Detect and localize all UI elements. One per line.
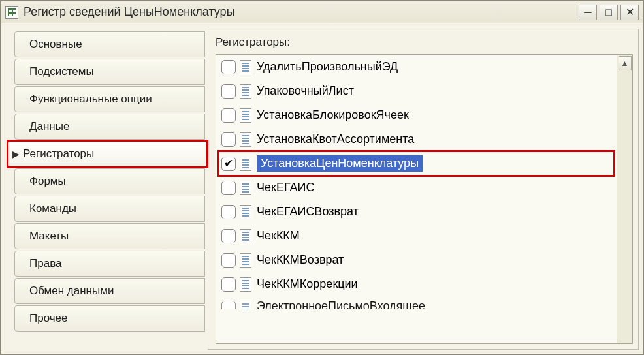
- checkbox[interactable]: [221, 229, 236, 243]
- tab-label: Прочее: [29, 312, 68, 325]
- document-icon: [240, 253, 251, 268]
- document-icon: [240, 301, 251, 309]
- list-item-label: УдалитьПроизвольныйЭД: [257, 60, 398, 74]
- minimize-button[interactable]: ─: [579, 5, 597, 20]
- tab-functional-options[interactable]: Функциональные опции: [14, 86, 205, 112]
- checkbox[interactable]: [221, 108, 236, 123]
- list-item[interactable]: УдалитьПроизвольныйЭД: [216, 55, 617, 79]
- titlebar: Регистр сведений ЦеныНоменклатуры ─ □ ✕: [1, 1, 643, 23]
- tab-label: Формы: [29, 175, 66, 188]
- tab-label: Подсистемы: [29, 65, 94, 78]
- list-item[interactable]: ЧекККМВозврат: [216, 248, 617, 272]
- document-icon: [240, 229, 251, 243]
- tab-commands[interactable]: Команды: [14, 196, 205, 222]
- tab-main[interactable]: Основные: [14, 31, 205, 57]
- list-item[interactable]: УстановкаБлокировокЯчеек: [216, 103, 617, 127]
- list-item-label: ЧекЕГАИСВозврат: [257, 205, 359, 219]
- checkbox[interactable]: [221, 132, 236, 147]
- list-item[interactable]: ЧекЕГАИСВозврат: [216, 200, 617, 224]
- tab-label: Функциональные опции: [29, 93, 152, 106]
- list-item-label: ЭлектронноеПисьмоВходящее: [257, 300, 425, 310]
- maximize-button[interactable]: □: [600, 5, 618, 20]
- register-grid-icon: [5, 6, 18, 19]
- tab-label: Команды: [29, 202, 76, 215]
- registrars-list: УдалитьПроизвольныйЭД УпаковочныйЛист Ус…: [216, 55, 617, 343]
- list-item-label: ЧекККМ: [257, 229, 300, 243]
- window: Регистр сведений ЦеныНоменклатуры ─ □ ✕ …: [0, 0, 644, 355]
- checkbox[interactable]: [221, 277, 236, 292]
- window-title: Регистр сведений ЦеныНоменклатуры: [24, 5, 576, 19]
- document-icon: [240, 132, 251, 147]
- tab-data[interactable]: Данные: [14, 114, 205, 140]
- list-container: УдалитьПроизвольныйЭД УпаковочныйЛист Ус…: [216, 54, 633, 344]
- list-item[interactable]: ЧекЕГАИС: [216, 176, 617, 200]
- tab-registrars[interactable]: ▶ Регистраторы: [8, 141, 205, 167]
- tab-label: Права: [29, 257, 61, 270]
- checkbox[interactable]: [221, 205, 236, 219]
- tab-forms[interactable]: Формы: [14, 168, 205, 194]
- list-item-label: УстановкаБлокировокЯчеек: [257, 108, 409, 122]
- section-label: Регистраторы:: [216, 36, 633, 49]
- close-button[interactable]: ✕: [620, 5, 639, 20]
- tab-label: Основные: [29, 38, 82, 51]
- document-icon: [240, 205, 251, 219]
- content-area: Основные Подсистемы Функциональные опции…: [1, 23, 643, 354]
- main-panel: Регистраторы: УдалитьПроизвольныйЭД Упак…: [208, 29, 639, 350]
- list-item-label: УстановкаЦенНоменклатуры: [257, 155, 423, 172]
- document-icon: [240, 84, 251, 99]
- tab-label: Обмен данными: [29, 285, 114, 298]
- active-arrow-icon: ▶: [12, 149, 20, 159]
- checkbox[interactable]: [221, 181, 236, 195]
- document-icon: [240, 60, 251, 74]
- list-item-selected[interactable]: ✔ УстановкаЦенНоменклатуры: [216, 151, 617, 176]
- checkbox-checked[interactable]: ✔: [221, 157, 236, 171]
- document-icon: [240, 157, 251, 171]
- list-item-label: ЧекККМКоррекции: [257, 277, 358, 291]
- tab-label: Макеты: [29, 230, 69, 243]
- tab-templates[interactable]: Макеты: [14, 223, 205, 249]
- scrollbar[interactable]: ▲: [617, 55, 632, 343]
- list-item-label: УстановкаКвотАссортимента: [257, 132, 414, 146]
- sidebar: Основные Подсистемы Функциональные опции…: [5, 29, 208, 350]
- tab-rights[interactable]: Права: [14, 251, 205, 277]
- document-icon: [240, 277, 251, 292]
- list-item[interactable]: ЭлектронноеПисьмоВходящее: [216, 296, 617, 309]
- scroll-up-button[interactable]: ▲: [619, 56, 632, 70]
- list-item-label: УпаковочныйЛист: [257, 84, 354, 98]
- tab-subsystems[interactable]: Подсистемы: [14, 59, 205, 85]
- tab-label: Регистраторы: [23, 147, 94, 161]
- tab-data-exchange[interactable]: Обмен данными: [14, 278, 205, 304]
- checkbox[interactable]: [221, 84, 236, 99]
- checkbox[interactable]: [221, 253, 236, 268]
- document-icon: [240, 108, 251, 123]
- document-icon: [240, 181, 251, 195]
- list-item[interactable]: ЧекККМ: [216, 224, 617, 248]
- list-item-label: ЧекЕГАИС: [257, 181, 314, 194]
- list-item[interactable]: УстановкаКвотАссортимента: [216, 127, 617, 151]
- list-item[interactable]: ЧекККМКоррекции: [216, 272, 617, 296]
- list-item-label: ЧекККМВозврат: [257, 253, 344, 267]
- checkbox[interactable]: [221, 301, 236, 309]
- checkbox[interactable]: [221, 60, 236, 74]
- list-item[interactable]: УпаковочныйЛист: [216, 79, 617, 103]
- tab-label: Данные: [29, 120, 69, 133]
- tab-other[interactable]: Прочее: [14, 305, 205, 332]
